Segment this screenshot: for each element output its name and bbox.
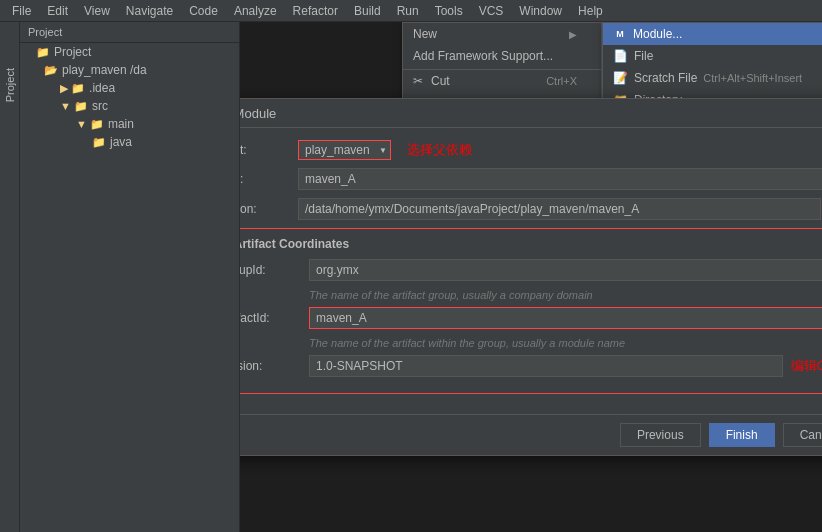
artifact-section-title: ▼ Artifact Coordinates [240, 237, 822, 251]
folder-icon-src: ▼ 📁 [60, 100, 88, 113]
dialog-title-bar: New Module × [240, 99, 822, 128]
parent-select-wrap: play_maven 选择父依赖 [298, 140, 472, 160]
menu-tools[interactable]: Tools [427, 2, 471, 20]
submenu-file-label: File [634, 49, 653, 63]
previous-button[interactable]: Previous [620, 423, 701, 447]
version-row: Version: 编辑GAV [240, 355, 822, 377]
left-tab-bar: Project [0, 22, 20, 532]
project-sidebar: Project 📁 Project 📂 play_maven /da ▶ 📁 .… [20, 22, 240, 532]
tree-label-project: Project [54, 45, 91, 59]
tree-label-main: main [108, 117, 134, 131]
location-row-inner: 📂 [298, 198, 822, 220]
ctx-cut-label: Cut [431, 74, 450, 88]
new-module-dialog: New Module × Parent: play_maven 选择父依赖 [240, 98, 822, 456]
menu-run[interactable]: Run [389, 2, 427, 20]
parent-dropdown-wrap: play_maven [298, 140, 391, 160]
parent-label: Parent: [240, 143, 298, 157]
tree-label-src: src [92, 99, 108, 113]
menu-analyze[interactable]: Analyze [226, 2, 285, 20]
gav-hint-chinese: 编辑GAV [791, 357, 823, 375]
ctx-add-framework-label: Add Framework Support... [413, 49, 553, 63]
ctx-new-arrow: ▶ [569, 29, 577, 40]
finish-button[interactable]: Finish [709, 423, 775, 447]
submenu-scratch-shortcut: Ctrl+Alt+Shift+Insert [703, 72, 802, 84]
menu-vcs[interactable]: VCS [471, 2, 512, 20]
tree-item-java[interactable]: 📁 java [20, 133, 239, 151]
tree-label-java: java [110, 135, 132, 149]
scratch-icon: 📝 [613, 71, 628, 85]
ctx-new-label: New [413, 27, 437, 41]
parent-row: Parent: play_maven 选择父依赖 [240, 140, 822, 160]
submenu-file[interactable]: 📄 File [603, 45, 822, 67]
tree-item-src[interactable]: ▼ 📁 src [20, 97, 239, 115]
groupid-row: GroupId: [240, 259, 822, 281]
location-input[interactable] [298, 198, 821, 220]
folder-icon-play-maven: 📂 [44, 64, 58, 77]
menu-bar: File Edit View Navigate Code Analyze Ref… [0, 0, 822, 22]
sidebar-title-label: Project [28, 26, 62, 38]
groupid-label: GroupId: [240, 263, 309, 277]
parent-dropdown[interactable]: play_maven [298, 140, 391, 160]
folder-icon-idea: ▶ 📁 [60, 82, 85, 95]
tree-item-idea[interactable]: ▶ 📁 .idea [20, 79, 239, 97]
menu-build[interactable]: Build [346, 2, 389, 20]
name-row: Name: [240, 168, 822, 190]
menu-refactor[interactable]: Refactor [285, 2, 346, 20]
groupid-hint: The name of the artifact group, usually … [309, 289, 822, 301]
name-label: Name: [240, 172, 298, 186]
artifactid-label: ArtifactId: [240, 311, 309, 325]
location-label: Location: [240, 202, 298, 216]
menu-code[interactable]: Code [181, 2, 226, 20]
cut-icon: ✂ [413, 74, 423, 88]
tree-item-main[interactable]: ▼ 📁 main [20, 115, 239, 133]
menu-help[interactable]: Help [570, 2, 611, 20]
menu-edit[interactable]: Edit [39, 2, 76, 20]
submenu-module[interactable]: M Module... [603, 23, 822, 45]
dialog-body: Parent: play_maven 选择父依赖 Name: [240, 128, 822, 414]
submenu-module-label: Module... [633, 27, 682, 41]
version-label: Version: [240, 359, 309, 373]
tree-item-project[interactable]: 📁 Project [20, 43, 239, 61]
folder-icon-main: ▼ 📁 [76, 118, 104, 131]
submenu-scratch[interactable]: 📝 Scratch File Ctrl+Alt+Shift+Insert [603, 67, 822, 89]
version-input[interactable] [309, 355, 783, 377]
sidebar-title: Project [20, 22, 239, 43]
tree-item-play-maven[interactable]: 📂 play_maven /da [20, 61, 239, 79]
main-area: New ▶ Add Framework Support... ✂ Cut Ctr… [240, 22, 822, 532]
tree-label-idea: .idea [89, 81, 115, 95]
artifact-section: ▼ Artifact Coordinates GroupId: The name… [240, 228, 822, 394]
groupid-input[interactable] [309, 259, 822, 281]
artifactid-row: ArtifactId: [240, 307, 822, 329]
ide-body: Project Project 📁 Project 📂 play_maven /… [0, 22, 822, 532]
menu-view[interactable]: View [76, 2, 118, 20]
name-input[interactable] [298, 168, 822, 190]
location-row: Location: 📂 [240, 198, 822, 220]
java-icon: 📁 [92, 136, 106, 149]
project-vtab[interactable]: Project [1, 62, 19, 108]
submenu-scratch-label: Scratch File [634, 71, 697, 85]
ctx-cut[interactable]: ✂ Cut Ctrl+X [403, 69, 601, 92]
dialog-title: New Module [240, 106, 276, 121]
ctx-cut-shortcut: Ctrl+X [546, 75, 577, 87]
folder-icon: 📁 [36, 46, 50, 59]
ctx-new[interactable]: New ▶ [403, 23, 601, 45]
parent-hint-chinese: 选择父依赖 [407, 141, 472, 159]
menu-navigate[interactable]: Navigate [118, 2, 181, 20]
menu-file[interactable]: File [4, 2, 39, 20]
ctx-add-framework[interactable]: Add Framework Support... [403, 45, 601, 67]
file-icon: 📄 [613, 49, 628, 63]
artifactid-hint: The name of the artifact within the grou… [309, 337, 822, 349]
artifactid-input[interactable] [309, 307, 822, 329]
menu-window[interactable]: Window [511, 2, 570, 20]
tree-label-play-maven: play_maven /da [62, 63, 147, 77]
cancel-button[interactable]: Cancel [783, 423, 822, 447]
module-icon: M [613, 27, 627, 41]
dialog-footer: Previous Finish Cancel [240, 414, 822, 455]
